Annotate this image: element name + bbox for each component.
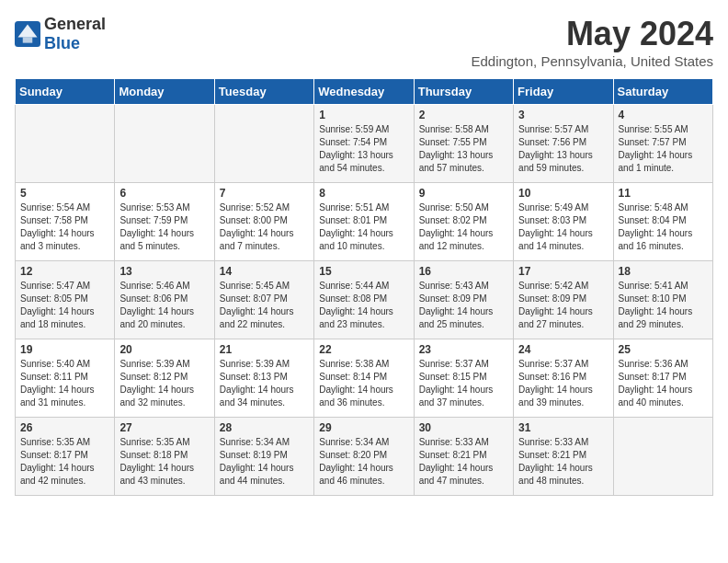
day-number: 5 [20,187,109,200]
calendar-cell: 30Sunrise: 5:33 AM Sunset: 8:21 PM Dayli… [414,418,513,496]
day-info: Sunrise: 5:50 AM Sunset: 8:02 PM Dayligh… [419,201,508,253]
day-number: 30 [419,421,508,434]
day-info: Sunrise: 5:33 AM Sunset: 8:21 PM Dayligh… [518,436,608,488]
day-number: 9 [419,187,508,200]
day-number: 25 [619,343,708,356]
calendar-cell: 6Sunrise: 5:53 AM Sunset: 7:59 PM Daylig… [115,183,214,261]
day-info: Sunrise: 5:40 AM Sunset: 8:11 PM Dayligh… [20,358,109,409]
calendar-cell: 20Sunrise: 5:39 AM Sunset: 8:12 PM Dayli… [115,339,214,418]
day-info: Sunrise: 5:47 AM Sunset: 8:05 PM Dayligh… [20,280,109,331]
header-cell-wednesday: Wednesday [314,79,414,105]
day-info: Sunrise: 5:36 AM Sunset: 8:17 PM Dayligh… [619,358,708,409]
day-number: 12 [20,265,109,278]
day-number: 3 [518,109,608,121]
day-info: Sunrise: 5:52 AM Sunset: 8:00 PM Dayligh… [220,201,309,253]
header-cell-tuesday: Tuesday [214,79,313,105]
calendar-cell: 27Sunrise: 5:35 AM Sunset: 8:18 PM Dayli… [115,418,214,496]
day-info: Sunrise: 5:44 AM Sunset: 8:08 PM Dayligh… [319,280,408,331]
calendar-cell: 10Sunrise: 5:49 AM Sunset: 8:03 PM Dayli… [514,183,613,261]
header-row: SundayMondayTuesdayWednesdayThursdayFrid… [16,79,713,105]
calendar-cell: 25Sunrise: 5:36 AM Sunset: 8:17 PM Dayli… [613,339,712,418]
day-number: 21 [220,343,309,356]
day-number: 17 [518,265,608,278]
svg-rect-2 [23,38,33,43]
day-info: Sunrise: 5:38 AM Sunset: 8:14 PM Dayligh… [319,358,408,409]
calendar-cell: 23Sunrise: 5:37 AM Sunset: 8:15 PM Dayli… [414,339,513,418]
day-info: Sunrise: 5:34 AM Sunset: 8:19 PM Dayligh… [220,436,309,488]
calendar-subtitle: Eddington, Pennsylvania, United States [471,53,713,69]
day-info: Sunrise: 5:49 AM Sunset: 8:03 PM Dayligh… [518,201,608,253]
header: General Blue May 2024 Eddington, Pennsyl… [15,15,713,69]
day-number: 29 [319,421,408,434]
calendar-cell [214,105,313,183]
calendar-cell: 18Sunrise: 5:41 AM Sunset: 8:10 PM Dayli… [613,261,712,339]
day-number: 7 [220,187,309,200]
calendar-cell: 22Sunrise: 5:38 AM Sunset: 8:14 PM Dayli… [314,339,414,418]
calendar-cell: 26Sunrise: 5:35 AM Sunset: 8:17 PM Dayli… [16,418,115,496]
calendar-cell: 8Sunrise: 5:51 AM Sunset: 8:01 PM Daylig… [314,183,414,261]
header-cell-monday: Monday [115,79,214,105]
calendar-cell: 19Sunrise: 5:40 AM Sunset: 8:11 PM Dayli… [16,339,115,418]
calendar-table: SundayMondayTuesdayWednesdayThursdayFrid… [15,78,713,496]
day-number: 16 [419,265,508,278]
day-number: 20 [119,343,209,356]
calendar-cell: 7Sunrise: 5:52 AM Sunset: 8:00 PM Daylig… [214,183,313,261]
day-number: 1 [319,109,408,121]
calendar-cell: 15Sunrise: 5:44 AM Sunset: 8:08 PM Dayli… [314,261,414,339]
day-info: Sunrise: 5:53 AM Sunset: 7:59 PM Dayligh… [119,201,209,253]
header-cell-sunday: Sunday [16,79,115,105]
day-number: 31 [518,421,608,434]
day-info: Sunrise: 5:57 AM Sunset: 7:56 PM Dayligh… [518,123,608,175]
day-info: Sunrise: 5:37 AM Sunset: 8:15 PM Dayligh… [419,358,508,409]
day-number: 6 [119,187,209,200]
day-number: 4 [619,109,708,121]
week-row-4: 26Sunrise: 5:35 AM Sunset: 8:17 PM Dayli… [16,418,713,496]
calendar-cell: 16Sunrise: 5:43 AM Sunset: 8:09 PM Dayli… [414,261,513,339]
calendar-cell: 5Sunrise: 5:54 AM Sunset: 7:58 PM Daylig… [16,183,115,261]
calendar-cell: 21Sunrise: 5:39 AM Sunset: 8:13 PM Dayli… [214,339,313,418]
day-info: Sunrise: 5:45 AM Sunset: 8:07 PM Dayligh… [220,280,309,331]
day-number: 24 [518,343,608,356]
header-cell-saturday: Saturday [613,79,712,105]
day-number: 26 [20,421,109,434]
day-info: Sunrise: 5:43 AM Sunset: 8:09 PM Dayligh… [419,280,508,331]
calendar-cell: 12Sunrise: 5:47 AM Sunset: 8:05 PM Dayli… [16,261,115,339]
calendar-cell: 14Sunrise: 5:45 AM Sunset: 8:07 PM Dayli… [214,261,313,339]
week-row-3: 19Sunrise: 5:40 AM Sunset: 8:11 PM Dayli… [16,339,713,418]
day-number: 19 [20,343,109,356]
calendar-cell: 28Sunrise: 5:34 AM Sunset: 8:19 PM Dayli… [214,418,313,496]
logo-icon [15,21,40,47]
calendar-cell: 3Sunrise: 5:57 AM Sunset: 7:56 PM Daylig… [514,105,613,183]
day-number: 2 [419,109,508,121]
logo: General Blue [15,15,106,53]
day-number: 13 [119,265,209,278]
day-info: Sunrise: 5:51 AM Sunset: 8:01 PM Dayligh… [319,201,408,253]
day-info: Sunrise: 5:48 AM Sunset: 8:04 PM Dayligh… [619,201,708,253]
calendar-cell: 13Sunrise: 5:46 AM Sunset: 8:06 PM Dayli… [115,261,214,339]
day-number: 14 [220,265,309,278]
day-number: 28 [220,421,309,434]
day-info: Sunrise: 5:46 AM Sunset: 8:06 PM Dayligh… [119,280,209,331]
day-info: Sunrise: 5:41 AM Sunset: 8:10 PM Dayligh… [619,280,708,331]
day-number: 27 [119,421,209,434]
logo-blue-text: Blue [44,34,80,52]
calendar-cell: 2Sunrise: 5:58 AM Sunset: 7:55 PM Daylig… [414,105,513,183]
calendar-cell: 24Sunrise: 5:37 AM Sunset: 8:16 PM Dayli… [514,339,613,418]
day-number: 15 [319,265,408,278]
header-cell-friday: Friday [514,79,613,105]
calendar-cell: 17Sunrise: 5:42 AM Sunset: 8:09 PM Dayli… [514,261,613,339]
calendar-cell: 4Sunrise: 5:55 AM Sunset: 7:57 PM Daylig… [613,105,712,183]
calendar-cell: 11Sunrise: 5:48 AM Sunset: 8:04 PM Dayli… [613,183,712,261]
calendar-cell [115,105,214,183]
calendar-title: May 2024 [471,15,713,53]
day-number: 18 [619,265,708,278]
day-info: Sunrise: 5:34 AM Sunset: 8:20 PM Dayligh… [319,436,408,488]
calendar-cell: 31Sunrise: 5:33 AM Sunset: 8:21 PM Dayli… [514,418,613,496]
calendar-cell [613,418,712,496]
day-number: 8 [319,187,408,200]
calendar-cell: 9Sunrise: 5:50 AM Sunset: 8:02 PM Daylig… [414,183,513,261]
week-row-2: 12Sunrise: 5:47 AM Sunset: 8:05 PM Dayli… [16,261,713,339]
day-info: Sunrise: 5:39 AM Sunset: 8:13 PM Dayligh… [220,358,309,409]
day-number: 10 [518,187,608,200]
calendar-cell: 29Sunrise: 5:34 AM Sunset: 8:20 PM Dayli… [314,418,414,496]
